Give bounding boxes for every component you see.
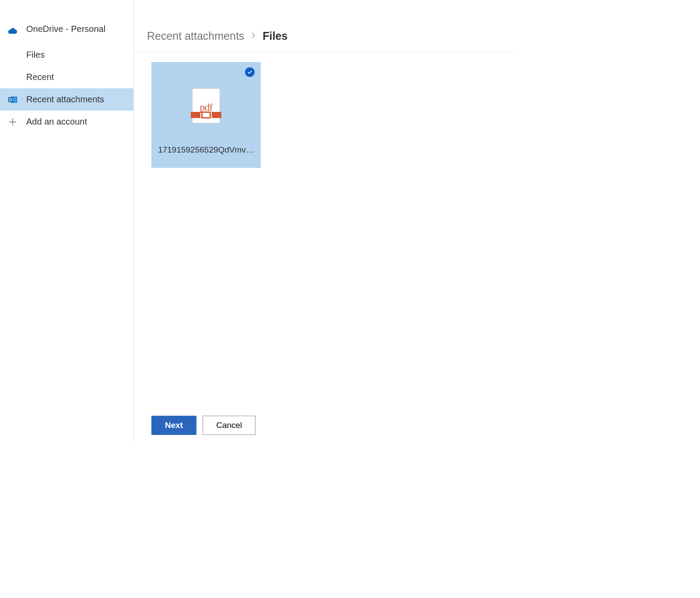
sidebar-item-label: Recent attachments (26, 94, 104, 104)
sidebar-item-recent[interactable]: Recent (0, 66, 133, 88)
breadcrumb-current: Files (262, 30, 287, 42)
chevron-right-icon (251, 32, 256, 40)
pdf-icon: pdf (192, 88, 220, 123)
onedrive-icon (8, 26, 18, 32)
breadcrumb-parent[interactable]: Recent attachments (147, 30, 244, 42)
selected-check-icon[interactable] (245, 67, 255, 77)
breadcrumb: Recent attachments Files (134, 0, 516, 52)
sidebar-item-label: Recent (26, 72, 54, 82)
main-panel: Recent attachments Files pdf (134, 0, 516, 444)
sidebar-account[interactable]: OneDrive - Personal (0, 20, 133, 44)
cancel-button[interactable]: Cancel (203, 416, 256, 435)
svg-rect-2 (8, 97, 13, 102)
plus-icon (8, 117, 18, 127)
sidebar-item-recent-attachments[interactable]: Recent attachments (0, 88, 133, 111)
sidebar-item-label: Add an account (26, 117, 87, 127)
sidebar-item-files[interactable]: Files (0, 44, 133, 66)
next-button[interactable]: Next (151, 416, 196, 435)
outlook-icon (8, 95, 18, 104)
sidebar-account-label: OneDrive - Personal (26, 24, 105, 34)
file-grid: pdf 1719159256529QdVmv… (134, 52, 516, 444)
file-picker-dialog: OneDrive - Personal Files Recent Recent … (0, 0, 516, 444)
file-thumbnail: pdf (192, 66, 220, 145)
sidebar-item-label: Files (26, 50, 45, 60)
sidebar-item-add-account[interactable]: Add an account (0, 111, 133, 133)
file-name: 1719159256529QdVmv… (151, 145, 261, 168)
dialog-footer: Next Cancel (151, 416, 256, 435)
sidebar: OneDrive - Personal Files Recent Recent … (0, 0, 134, 444)
file-tile[interactable]: pdf 1719159256529QdVmv… (151, 62, 261, 168)
